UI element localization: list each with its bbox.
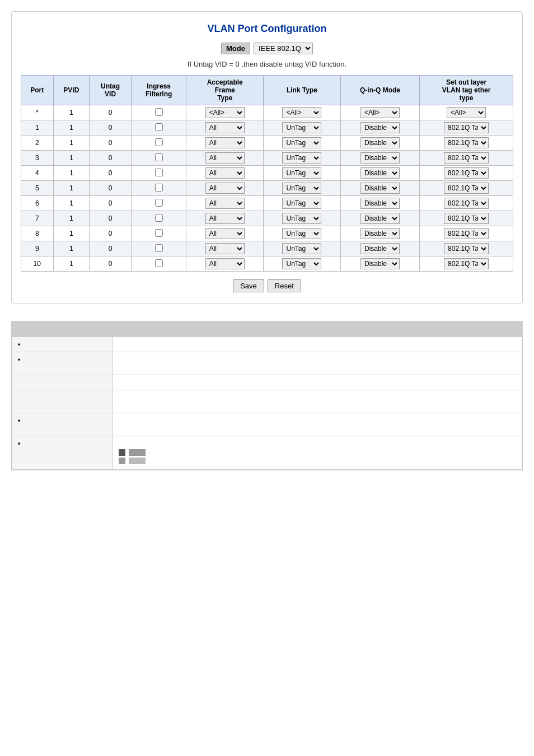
cell-qinq-9[interactable]: DisableEnable [340,241,419,256]
cell-setout-7[interactable]: 802.1Q Tag802.1AD [420,211,513,226]
cell-acceptable-10[interactable]: AllTagged OnlyUntagged Only [186,256,264,272]
select-linktype-7[interactable]: UnTagTag [282,213,321,224]
cell-ingress-3[interactable] [132,151,186,166]
select-qinq-3[interactable]: DisableEnable [360,152,400,164]
cell-qinq-8[interactable]: DisableEnable [340,226,419,241]
checkbox-ingress-10[interactable] [155,259,163,267]
checkbox-ingress-2[interactable] [155,138,163,146]
cell-acceptable-1[interactable]: AllTagged OnlyUntagged Only [186,120,264,136]
select-setout-7[interactable]: 802.1Q Tag802.1AD [444,213,489,224]
select-setout-star[interactable]: <All>802.1Q Tag802.1AD [447,107,486,118]
cell-acceptable-5[interactable]: AllTagged OnlyUntagged Only [186,181,264,196]
select-qinq-1[interactable]: DisableEnable [360,122,400,133]
cell-acceptable-4[interactable]: AllTagged OnlyUntagged Only [186,166,264,181]
cell-linktype-6[interactable]: UnTagTag [264,196,341,211]
cell-qinq-7[interactable]: DisableEnable [340,211,419,226]
cell-acceptable-2[interactable]: AllTagged OnlyUntagged Only [186,136,264,151]
select-qinq-2[interactable]: DisableEnable [360,137,400,148]
select-setout-3[interactable]: 802.1Q Tag802.1AD [444,152,489,164]
cell-qinq-6[interactable]: DisableEnable [340,196,419,211]
cell-setout-2[interactable]: 802.1Q Tag802.1AD [420,136,513,151]
cell-ingress-4[interactable] [132,166,186,181]
select-setout-2[interactable]: 802.1Q Tag802.1AD [444,137,489,148]
cell-ingress-10[interactable] [132,256,186,272]
cell-linktype-5[interactable]: UnTagTag [264,181,341,196]
cell-linktype-3[interactable]: UnTagTag [264,151,341,166]
select-acceptable-3[interactable]: AllTagged OnlyUntagged Only [205,152,245,164]
select-acceptable-7[interactable]: AllTagged OnlyUntagged Only [205,213,245,224]
select-qinq-9[interactable]: DisableEnable [360,243,400,254]
select-setout-4[interactable]: 802.1Q Tag802.1AD [444,167,489,179]
checkbox-ingress-1[interactable] [155,123,163,131]
cell-setout-6[interactable]: 802.1Q Tag802.1AD [420,196,513,211]
reset-button[interactable]: Reset [268,279,301,292]
cell-linktype-9[interactable]: UnTagTag [264,241,341,256]
cell-setout-4[interactable]: 802.1Q Tag802.1AD [420,166,513,181]
cell-linktype-1[interactable]: UnTagTag [264,120,341,136]
select-setout-1[interactable]: 802.1Q Tag802.1AD [444,122,489,133]
cell-setout-3[interactable]: 802.1Q Tag802.1AD [420,151,513,166]
cell-qinq-3[interactable]: DisableEnable [340,151,419,166]
cell-acceptable-8[interactable]: AllTagged OnlyUntagged Only [186,226,264,241]
cell-ingress-2[interactable] [132,136,186,151]
cell-ingress-7[interactable] [132,211,186,226]
select-linktype-3[interactable]: UnTagTag [282,152,321,164]
select-acceptable-1[interactable]: AllTagged OnlyUntagged Only [205,122,245,133]
select-linktype-8[interactable]: UnTagTag [282,228,321,239]
checkbox-ingress-8[interactable] [155,229,163,237]
cell-acceptable-7[interactable]: AllTagged OnlyUntagged Only [186,211,264,226]
cell-setout-star[interactable]: <All>802.1Q Tag802.1AD [420,105,513,120]
select-qinq-4[interactable]: DisableEnable [360,167,400,179]
select-linktype-10[interactable]: UnTagTag [282,258,321,269]
cell-linktype-7[interactable]: UnTagTag [264,211,341,226]
cell-setout-10[interactable]: 802.1Q Tag802.1AD [420,256,513,272]
cell-qinq-10[interactable]: DisableEnable [340,256,419,272]
checkbox-ingress-4[interactable] [155,169,163,176]
select-setout-5[interactable]: 802.1Q Tag802.1AD [444,183,489,194]
select-acceptable-9[interactable]: AllTagged OnlyUntagged Only [205,243,245,254]
select-setout-8[interactable]: 802.1Q Tag802.1AD [444,228,489,239]
cell-qinq-5[interactable]: DisableEnable [340,181,419,196]
checkbox-ingress-9[interactable] [155,244,163,252]
select-linktype-4[interactable]: UnTagTag [282,167,321,179]
cell-ingress-1[interactable] [132,120,186,136]
cell-linktype-10[interactable]: UnTagTag [264,256,341,272]
select-linktype-9[interactable]: UnTagTag [282,243,321,254]
checkbox-ingress-star[interactable] [155,108,163,116]
select-acceptable-10[interactable]: AllTagged OnlyUntagged Only [205,258,245,269]
select-qinq-6[interactable]: DisableEnable [360,198,400,209]
cell-ingress-star[interactable] [132,105,186,120]
cell-qinq-1[interactable]: DisableEnable [340,120,419,136]
select-setout-9[interactable]: 802.1Q Tag802.1AD [444,243,489,254]
cell-acceptable-star[interactable]: <All>Tagged OnlyUntagged Only [186,105,264,120]
cell-ingress-5[interactable] [132,181,186,196]
select-qinq-7[interactable]: DisableEnable [360,213,400,224]
select-linktype-5[interactable]: UnTagTag [282,183,321,194]
cell-linktype-star[interactable]: <All>AccessTrunk [264,105,341,120]
select-linktype-2[interactable]: UnTagTag [282,137,321,148]
select-linktype-6[interactable]: UnTagTag [282,198,321,209]
checkbox-ingress-5[interactable] [155,184,163,192]
cell-acceptable-6[interactable]: AllTagged OnlyUntagged Only [186,196,264,211]
cell-qinq-2[interactable]: DisableEnable [340,136,419,151]
select-acceptable-star[interactable]: <All>Tagged OnlyUntagged Only [205,107,245,118]
cell-linktype-2[interactable]: UnTagTag [264,136,341,151]
checkbox-ingress-7[interactable] [155,214,163,222]
select-setout-6[interactable]: 802.1Q Tag802.1AD [444,198,489,209]
cell-setout-8[interactable]: 802.1Q Tag802.1AD [420,226,513,241]
select-acceptable-4[interactable]: AllTagged OnlyUntagged Only [205,167,245,179]
cell-setout-1[interactable]: 802.1Q Tag802.1AD [420,120,513,136]
cell-ingress-8[interactable] [132,226,186,241]
checkbox-ingress-6[interactable] [155,199,163,207]
cell-qinq-star[interactable]: <All>EnableDisable [340,105,419,120]
select-setout-10[interactable]: 802.1Q Tag802.1AD [444,258,489,269]
select-acceptable-8[interactable]: AllTagged OnlyUntagged Only [205,228,245,239]
select-acceptable-5[interactable]: AllTagged OnlyUntagged Only [205,183,245,194]
select-qinq-8[interactable]: DisableEnable [360,228,400,239]
select-qinq-10[interactable]: DisableEnable [360,258,400,269]
select-acceptable-2[interactable]: AllTagged OnlyUntagged Only [205,137,245,148]
save-button[interactable]: Save [233,279,264,292]
select-linktype-star[interactable]: <All>AccessTrunk [282,107,321,118]
cell-ingress-6[interactable] [132,196,186,211]
mode-select[interactable]: IEEE 802.1Q Port-Based [254,43,313,54]
